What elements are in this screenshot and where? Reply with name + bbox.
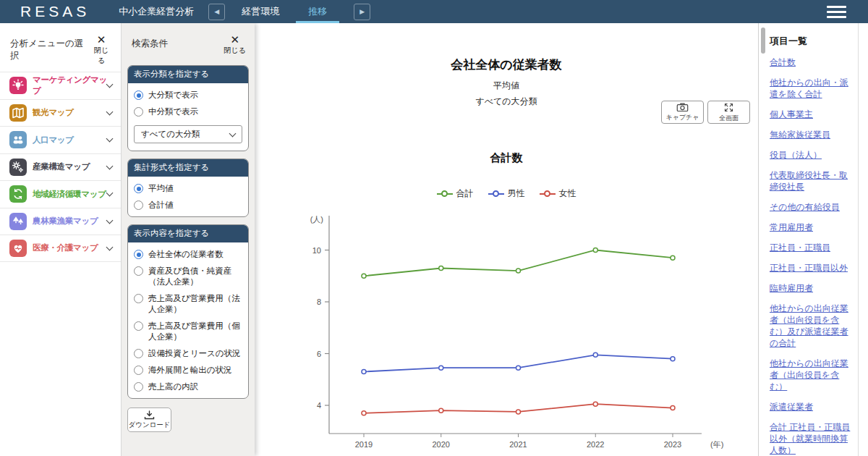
item-link[interactable]: 他社からの出向・派遣を除く合計: [770, 77, 855, 100]
resas-logo[interactable]: RESAS: [20, 3, 90, 20]
legend-marker-icon: [540, 190, 556, 198]
window-scrollbar-track: [858, 23, 868, 456]
item-link[interactable]: 合計 正社員・正職員以外（就業時間換算人数）: [770, 421, 855, 456]
search-panel-title: 検索条件: [132, 34, 168, 50]
download-button[interactable]: ダウンロード: [127, 408, 171, 432]
sidebar-item-marketing-map[interactable]: マーケティングマップ: [0, 72, 121, 99]
item-link[interactable]: 役員（法人）: [770, 149, 855, 161]
radio-option[interactable]: 売上高の内訳: [132, 379, 244, 395]
radio-icon: [134, 366, 143, 375]
major-category-select[interactable]: すべての大分類: [134, 125, 242, 143]
item-link[interactable]: 代表取締役社長・取締役社長: [770, 169, 855, 193]
section-heading: 表示分類を指定する: [128, 66, 248, 83]
chevron-down-icon: [106, 243, 114, 250]
radio-icon: [134, 200, 143, 210]
next-tab-button[interactable]: ▶: [354, 4, 370, 20]
chart-legend: 合計 男性 女性: [255, 187, 758, 200]
content-radio-group: 会社全体の従業者数 資産及び負債・純資産（法人企業） 売上高及び営業費用（法人企…: [128, 242, 248, 398]
sidebar-item-tourism-map[interactable]: 観光マップ: [0, 99, 121, 127]
close-search-panel-button[interactable]: ✕ 閉じる: [224, 34, 246, 56]
radio-icon: [134, 90, 143, 100]
item-link[interactable]: 無給家族従業員: [770, 129, 855, 140]
top-navbar: RESAS 中小企業経営分析 ◀ 経営環境 推移 ▶: [0, 0, 868, 23]
section-heading: 表示内容を指定する: [128, 225, 248, 242]
item-link[interactable]: 派遣従業者: [770, 401, 855, 413]
heart-icon: [9, 240, 27, 257]
radio-option[interactable]: 平均値: [132, 180, 244, 197]
sidebar-item-industry-map[interactable]: 産業構造マップ: [0, 153, 121, 181]
display-content-card: 表示内容を指定する 会社全体の従業者数 資産及び負債・純資産（法人企業） 売上高…: [127, 224, 249, 399]
prev-tab-button[interactable]: ◀: [208, 4, 225, 20]
download-icon: [144, 410, 155, 420]
radio-option[interactable]: 海外展開と輸出の状況: [132, 362, 244, 379]
select-value: すべての大分類: [141, 129, 200, 140]
left-arrow-icon: ◀: [214, 8, 219, 15]
radio-icon: [134, 349, 143, 358]
radio-icon: [134, 294, 143, 303]
tab-suii[interactable]: 推移: [296, 0, 339, 23]
chevron-down-icon: [106, 162, 114, 169]
radio-option[interactable]: 大分類で表示: [132, 87, 244, 104]
radio-option[interactable]: 資産及び負債・純資産（法人企業）: [132, 263, 244, 290]
display-category-card: 表示分類を指定する 大分類で表示 中分類で表示 すべての大分類: [127, 65, 249, 151]
recycle-icon: [9, 185, 27, 203]
item-link[interactable]: その他の有給役員: [770, 201, 855, 213]
chevron-down-icon: [106, 190, 114, 197]
radio-icon: [134, 184, 143, 193]
svg-text:2019: 2019: [355, 440, 373, 449]
hamburger-menu-icon[interactable]: [827, 6, 846, 18]
chevron-down-icon: [229, 130, 237, 137]
radio-icon: [134, 382, 143, 392]
capture-button[interactable]: キャプチャ: [661, 101, 704, 124]
chevron-down-icon: [106, 135, 114, 143]
analysis-menu-title: 分析メニューの選択: [10, 34, 90, 62]
section-heading: 集計形式を指定する: [128, 159, 248, 177]
legend-item[interactable]: 男性: [488, 187, 525, 200]
svg-text:(年): (年): [710, 440, 723, 449]
svg-text:4: 4: [317, 401, 321, 410]
sidebar-item-regional-economy-map[interactable]: 地域経済循環マップ: [0, 180, 121, 208]
radio-icon: [134, 107, 143, 117]
right-arrow-icon: ▶: [359, 8, 365, 15]
radio-icon: [134, 321, 143, 331]
close-analysis-menu-button[interactable]: ✕ 閉じる: [90, 34, 112, 66]
radio-option[interactable]: 合計値: [132, 197, 244, 214]
item-list-title: 項目一覧: [770, 35, 855, 48]
item-link[interactable]: 個人事業主: [770, 109, 855, 120]
svg-text:2023: 2023: [664, 440, 681, 449]
aggregation-radio-group: 平均値 合計値: [128, 177, 248, 216]
item-list-panel: 項目一覧 合計数他社からの出向・派遣を除く合計個人事業主無給家族従業員役員（法人…: [767, 23, 858, 456]
chevron-down-icon: [106, 216, 114, 224]
search-conditions-panel: 検索条件 ✕ 閉じる 表示分類を指定する 大分類で表示 中分類で表示 すべての大…: [122, 23, 255, 456]
radio-option[interactable]: 中分類で表示: [132, 104, 244, 120]
radio-option[interactable]: 売上高及び営業費用（個人企業）: [132, 318, 244, 345]
svg-text:(人): (人): [310, 215, 323, 224]
legend-marker-icon: [437, 190, 453, 198]
item-link[interactable]: 正社員・正職員: [770, 242, 855, 253]
legend-marker-icon: [488, 190, 504, 198]
radio-option[interactable]: 会社全体の従業者数: [132, 246, 244, 263]
legend-item[interactable]: 合計: [437, 187, 474, 200]
sidebar-item-agriculture-map[interactable]: 農林業漁業マップ: [0, 208, 121, 235]
sidebar-item-medical-map[interactable]: 医療・介護マップ: [0, 235, 121, 262]
svg-text:6: 6: [317, 350, 321, 358]
tab-keiei-kankyo[interactable]: 経営環境: [229, 0, 292, 23]
item-link[interactable]: 他社からの出向従業者（出向役員を含む）及び派遣従業者の合計: [770, 303, 855, 349]
item-link[interactable]: 合計数: [770, 56, 855, 68]
fullscreen-button[interactable]: 全画面: [707, 101, 750, 124]
sidebar-item-population-map[interactable]: 人口マップ: [0, 126, 121, 153]
camera-icon: [676, 102, 689, 112]
gears-icon: [9, 159, 27, 176]
svg-text:2021: 2021: [509, 440, 527, 449]
item-link[interactable]: 臨時雇用者: [770, 282, 855, 294]
close-icon: ✕: [90, 34, 112, 45]
item-link[interactable]: 常用雇用者: [770, 221, 855, 233]
trees-icon: [9, 213, 27, 230]
radio-option[interactable]: 売上高及び営業費用（法人企業）: [132, 290, 244, 318]
item-link[interactable]: 他社からの出向従業者（出向役員を含む）: [770, 358, 855, 392]
radio-icon: [134, 266, 143, 276]
item-link[interactable]: 正社員・正職員以外: [770, 262, 855, 274]
radio-option[interactable]: 設備投資とリースの状況: [132, 345, 244, 362]
legend-item[interactable]: 女性: [540, 187, 576, 200]
scrollbar-thumb[interactable]: [761, 28, 765, 54]
